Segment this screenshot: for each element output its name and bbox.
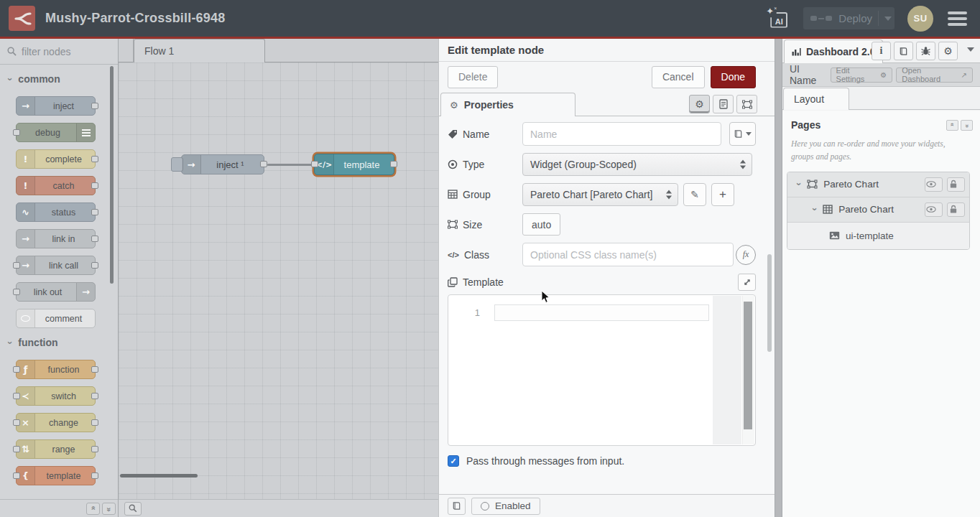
canvas-horizontal-scrollbar[interactable]: [120, 474, 198, 478]
edit-group-button[interactable]: ✎: [683, 183, 706, 206]
dashboard-tab[interactable]: Dashboard 2.0: [784, 39, 883, 63]
palette-node-comment[interactable]: comment: [16, 309, 96, 328]
palette-node-link-call[interactable]: →link call: [16, 256, 96, 275]
template-output-port[interactable]: [390, 161, 397, 167]
palette-collapse-all-button[interactable]: »: [86, 503, 100, 515]
fx-button[interactable]: fx: [736, 245, 756, 265]
debug-tab-button[interactable]: [916, 42, 935, 60]
palette-search[interactable]: filter nodes: [0, 39, 118, 65]
edit-settings-button[interactable]: Edit Settings ⚙: [831, 67, 893, 83]
name-label-options-button[interactable]: [729, 122, 756, 146]
description-view-button[interactable]: [713, 95, 734, 113]
type-select[interactable]: Widget (Group-Scoped): [522, 153, 752, 176]
flow-canvas[interactable]: → inject ¹ </> template: [119, 62, 438, 499]
palette-node-debug[interactable]: debug: [16, 123, 96, 142]
sidebar-resize-handle[interactable]: [775, 39, 782, 517]
sidebar-menu-caret-icon[interactable]: [967, 47, 974, 52]
open-dashboard-button[interactable]: Open Dashboard ↗: [896, 67, 973, 83]
group-select[interactable]: Pareto Chart [Pareto Chart]: [522, 183, 678, 206]
ui-name-label: UI Name: [790, 63, 827, 86]
palette-node-template[interactable]: {template: [16, 466, 96, 485]
delete-button[interactable]: Delete: [448, 66, 498, 88]
flow-tab[interactable]: Flow 1: [134, 39, 265, 62]
input-port: [13, 472, 20, 479]
main-menu-button[interactable]: [946, 9, 969, 29]
node-enabled-toggle[interactable]: Enabled: [471, 498, 540, 515]
properties-view-button[interactable]: ⚙: [689, 95, 710, 113]
layout-tree-item-pareto-chart[interactable]: ›Pareto Chart: [787, 197, 969, 223]
copy-icon: [448, 277, 458, 287]
type-label: Type: [448, 159, 522, 170]
passthrough-checkbox[interactable]: ✓: [448, 455, 459, 467]
ui-template-node[interactable]: </> template: [314, 154, 394, 175]
size-frame-icon: [448, 220, 458, 229]
expand-all-button[interactable]: »: [961, 120, 973, 131]
lock-toggle-button[interactable]: [947, 177, 965, 192]
done-button[interactable]: Done: [711, 66, 756, 88]
visibility-toggle-button[interactable]: [925, 177, 943, 192]
code-icon: </>: [448, 251, 459, 259]
link-in-icon: →: [17, 230, 35, 248]
class-input[interactable]: [522, 243, 734, 266]
gear-icon: ⚙: [695, 98, 704, 110]
cancel-button[interactable]: Cancel: [652, 66, 705, 88]
user-avatar[interactable]: SU: [907, 6, 933, 32]
layout-tree: ›Pareto Chart›Pareto Chartui-template: [787, 172, 970, 250]
palette-node-function[interactable]: ƒfunction: [16, 360, 96, 379]
tray-scrollbar[interactable]: [767, 254, 772, 352]
gear-icon: ⚙: [880, 71, 887, 79]
name-label: Name: [448, 129, 522, 140]
canvas-search-button[interactable]: [124, 502, 142, 516]
inject-output-port[interactable]: [260, 161, 267, 167]
collapse-all-button[interactable]: »: [946, 120, 958, 131]
config-tab-button[interactable]: ⚙: [938, 42, 958, 60]
wire[interactable]: [267, 164, 315, 166]
inject-node[interactable]: → inject ¹: [181, 154, 264, 174]
node-help-button[interactable]: [448, 498, 466, 515]
lock-toggle-button[interactable]: [947, 202, 965, 217]
help-tab-button[interactable]: [894, 42, 913, 60]
palette-node-link-out[interactable]: →link out: [16, 282, 96, 302]
add-group-button[interactable]: +: [711, 183, 734, 206]
palette-node-change[interactable]: ×change: [16, 413, 96, 432]
visibility-toggle-button[interactable]: [925, 202, 943, 217]
name-input[interactable]: [522, 122, 721, 146]
palette-scrollbar[interactable]: [110, 66, 114, 284]
bug-icon: [921, 46, 930, 56]
deploy-button[interactable]: Deploy: [803, 7, 895, 29]
template-code-editor[interactable]: 1: [448, 294, 756, 446]
class-row: </> Class fx: [448, 243, 756, 266]
layout-tree-item-ui-template[interactable]: ui-template: [787, 223, 969, 249]
deploy-options-caret-icon[interactable]: [884, 17, 892, 21]
palette-node-switch[interactable]: ≺switch: [16, 386, 96, 406]
palette-section-function[interactable]: ›function: [9, 337, 118, 348]
expand-editor-button[interactable]: [738, 274, 756, 291]
sidebar-subtab-bar: Layout: [782, 87, 980, 110]
properties-tab[interactable]: ⚙ Properties: [440, 93, 575, 116]
info-tab-button[interactable]: i: [872, 42, 891, 60]
editor-scrollbar-thumb[interactable]: [744, 302, 752, 429]
editor-scrollbar-track[interactable]: [742, 296, 754, 444]
palette-node-inject[interactable]: →inject: [16, 96, 96, 116]
chevron-down-icon: ›: [6, 78, 15, 80]
ai-assistant-button[interactable]: ✦× AI: [766, 7, 790, 30]
chevron-down-icon[interactable]: ›: [795, 182, 804, 185]
palette-node-range[interactable]: ⇅range: [16, 439, 96, 459]
template-input-port[interactable]: [311, 161, 318, 167]
link-out-icon: →: [76, 283, 95, 301]
layout-tab[interactable]: Layout: [783, 88, 849, 110]
palette-node-status[interactable]: ∿status: [16, 202, 96, 222]
size-value-button[interactable]: auto: [522, 213, 560, 236]
palette-expand-all-button[interactable]: »: [102, 503, 116, 515]
chevron-down-icon[interactable]: ›: [810, 208, 820, 210]
canvas-footer: [119, 499, 438, 517]
external-link-icon: ↗: [961, 71, 967, 79]
appearance-view-button[interactable]: [736, 95, 757, 113]
layout-tree-item-pareto-chart[interactable]: ›Pareto Chart: [787, 172, 969, 197]
palette-node-catch[interactable]: !catch: [16, 176, 96, 195]
palette-node-link-in[interactable]: →link in: [16, 229, 96, 248]
tag-icon: [448, 129, 458, 139]
palette-node-complete[interactable]: !complete: [16, 149, 96, 169]
enabled-state-icon: [481, 502, 489, 511]
palette-section-common[interactable]: ›common: [9, 73, 118, 85]
